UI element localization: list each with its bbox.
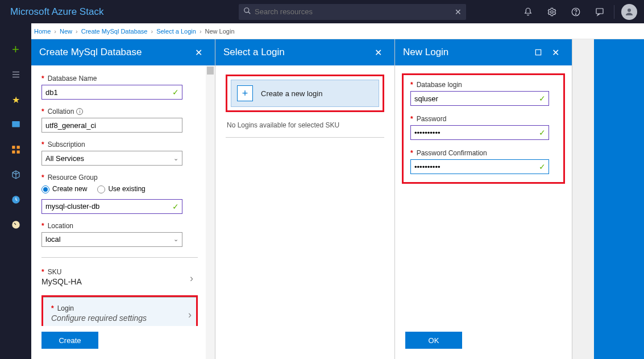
- breadcrumb: Home › New › Create MySql Database › Sel…: [0, 23, 644, 39]
- field-label-db-login: Database login: [417, 81, 462, 89]
- required-icon: *: [41, 108, 44, 115]
- svg-rect-13: [12, 151, 15, 154]
- blade-select-login: Select a Login ✕ + Create a new login No…: [215, 39, 395, 359]
- required-icon: *: [41, 222, 44, 230]
- create-new-login-button[interactable]: + Create a new login: [231, 80, 379, 107]
- chevron-right-icon: ›: [76, 28, 78, 35]
- top-bar: Microsoft Azure Stack ✕: [0, 0, 644, 23]
- field-label-sku: SKU: [48, 268, 62, 276]
- field-label-location: Location: [48, 222, 73, 230]
- breadcrumb-select-login[interactable]: Select a Login: [156, 28, 196, 35]
- sku-selector[interactable]: *SKU MySQL-HA ›: [41, 262, 198, 292]
- location-select[interactable]: local ⌄: [41, 232, 182, 247]
- database-login-input[interactable]: [410, 91, 549, 106]
- breadcrumb-home[interactable]: Home: [34, 28, 51, 35]
- sidebar-clock-icon[interactable]: [9, 193, 23, 207]
- svg-rect-10: [12, 121, 20, 127]
- svg-point-4: [575, 14, 576, 14]
- create-button[interactable]: Create: [41, 332, 98, 349]
- field-label-collation: Collation: [48, 108, 74, 115]
- divider: [226, 137, 384, 138]
- required-icon: *: [410, 81, 413, 89]
- chevron-right-icon: ›: [200, 28, 202, 35]
- left-sidebar: + ★: [0, 23, 31, 359]
- blade-title: Create MySql Database: [39, 47, 190, 58]
- check-icon: ✓: [172, 202, 179, 211]
- check-icon: ✓: [172, 88, 179, 97]
- close-icon[interactable]: ✕: [190, 39, 207, 65]
- check-icon: ✓: [539, 162, 546, 171]
- maximize-icon[interactable]: [530, 39, 547, 65]
- svg-rect-17: [535, 49, 541, 55]
- sidebar-dashboard-icon[interactable]: [9, 118, 23, 131]
- sku-value: MySQL-HA: [41, 277, 190, 286]
- plus-icon: +: [237, 85, 253, 101]
- sidebar-new-icon[interactable]: +: [9, 43, 23, 56]
- field-label-rg: Resource Group: [48, 174, 98, 181]
- collation-input[interactable]: [41, 118, 182, 133]
- check-icon: ✓: [539, 94, 546, 103]
- radio-use-existing[interactable]: Use existing: [97, 185, 145, 193]
- required-icon: *: [41, 75, 44, 82]
- database-name-input[interactable]: [41, 85, 182, 100]
- login-value: Configure required settings: [51, 313, 188, 323]
- breadcrumb-create-db[interactable]: Create MySql Database: [81, 28, 148, 35]
- chevron-right-icon: ›: [188, 304, 192, 321]
- close-icon[interactable]: ✕: [547, 39, 564, 65]
- create-new-login-label: Create a new login: [261, 89, 322, 98]
- sidebar-cube-icon[interactable]: [9, 168, 23, 181]
- ok-button[interactable]: OK: [405, 332, 462, 349]
- blade-create-mysql: Create MySql Database ✕ *Database Name ✓…: [31, 39, 215, 359]
- main-area: Create MySql Database ✕ *Database Name ✓…: [31, 39, 644, 359]
- search-box[interactable]: ✕: [239, 4, 466, 20]
- chevron-down-icon: ⌄: [173, 155, 178, 162]
- create-login-highlight: + Create a new login: [226, 75, 384, 112]
- login-selector[interactable]: *Login Configure required settings ›: [43, 297, 196, 326]
- location-value: local: [45, 235, 61, 244]
- blade-new-login: New Login ✕ *Database login ✓ *Password: [395, 39, 572, 359]
- search-input[interactable]: [251, 7, 455, 16]
- journey-edge: [594, 39, 644, 359]
- sidebar-favorites-icon[interactable]: ★: [9, 93, 23, 106]
- top-divider: [612, 0, 616, 23]
- required-icon: *: [41, 174, 44, 181]
- feedback-icon[interactable]: [588, 0, 611, 23]
- new-login-form-highlight: *Database login ✓ *Password ✓ *P: [402, 73, 565, 184]
- resource-group-input[interactable]: [41, 199, 182, 214]
- svg-point-0: [244, 7, 249, 12]
- required-icon: *: [410, 149, 413, 157]
- svg-rect-12: [16, 146, 19, 148]
- radio-create-new[interactable]: Create new: [41, 185, 87, 193]
- settings-icon[interactable]: [541, 0, 563, 23]
- search-icon: [243, 7, 251, 17]
- password-input[interactable]: [410, 125, 549, 140]
- help-icon[interactable]: [564, 0, 587, 23]
- sidebar-grid-icon[interactable]: [9, 143, 23, 156]
- subscription-value: All Services: [45, 154, 84, 163]
- password-confirm-input[interactable]: [410, 159, 549, 174]
- user-avatar[interactable]: [621, 4, 637, 20]
- svg-rect-5: [596, 9, 603, 14]
- chevron-right-icon: ›: [151, 28, 153, 35]
- svg-point-6: [628, 9, 631, 12]
- brand-title: Microsoft Azure Stack: [0, 6, 239, 18]
- field-label-password-confirm: Password Confirmation: [417, 149, 487, 157]
- subscription-select[interactable]: All Services ⌄: [41, 151, 182, 166]
- info-icon[interactable]: i: [76, 108, 83, 115]
- notifications-icon[interactable]: [517, 0, 539, 23]
- breadcrumb-new-login: New Login: [205, 28, 235, 35]
- required-icon: *: [51, 304, 54, 312]
- sidebar-list-icon[interactable]: [9, 68, 23, 81]
- chevron-right-icon: ›: [190, 268, 193, 284]
- check-icon: ✓: [539, 128, 546, 137]
- sidebar-gauge-icon[interactable]: [9, 218, 23, 232]
- field-label-login: Login: [57, 304, 74, 312]
- required-icon: *: [410, 115, 413, 123]
- divider: [41, 257, 198, 258]
- svg-line-1: [248, 11, 251, 14]
- blade-title: New Login: [403, 47, 530, 58]
- breadcrumb-new[interactable]: New: [60, 28, 72, 35]
- clear-search-icon[interactable]: ✕: [455, 7, 462, 16]
- chevron-down-icon: ⌄: [173, 236, 178, 243]
- close-icon[interactable]: ✕: [369, 39, 387, 65]
